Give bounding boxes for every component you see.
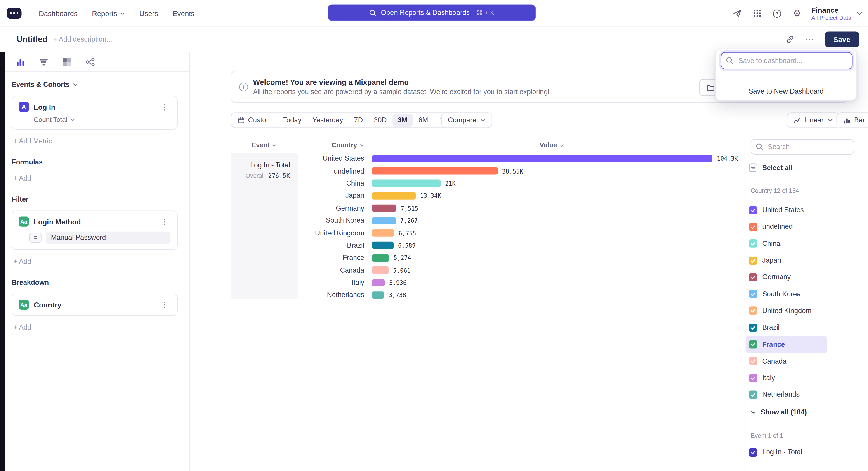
bar-segment[interactable] xyxy=(372,291,384,299)
bar-segment[interactable] xyxy=(372,155,712,162)
range-tab-7d[interactable]: 7D xyxy=(348,114,368,127)
metric-event-name[interactable]: Log In xyxy=(34,103,153,111)
legend-country-row[interactable]: United States xyxy=(749,202,865,218)
add-breakdown-button[interactable]: + Add xyxy=(13,324,178,331)
country-checkbox[interactable] xyxy=(749,324,757,332)
report-title[interactable]: Untitled xyxy=(17,34,48,44)
insights-tab-icon[interactable] xyxy=(16,57,26,67)
add-filter-button[interactable]: + Add xyxy=(13,258,178,265)
settings-gear-icon[interactable]: ⚙ xyxy=(787,0,807,27)
funnels-tab-icon[interactable] xyxy=(39,57,49,67)
project-switcher[interactable]: Finance All Project Data xyxy=(811,6,862,21)
date-range-control: CustomTodayYesterday7D30D3M6M12M xyxy=(231,112,460,128)
legend-search-input[interactable] xyxy=(751,139,854,155)
legend-country-row[interactable]: Germany xyxy=(749,269,865,286)
share-link-icon[interactable] xyxy=(781,32,798,47)
legend-country-row[interactable]: Japan xyxy=(749,252,865,269)
events-cohorts-section[interactable]: Events & Cohorts xyxy=(11,81,178,89)
apps-grid-icon[interactable] xyxy=(747,0,767,27)
bar-segment[interactable] xyxy=(372,254,389,262)
country-checkbox[interactable] xyxy=(749,273,757,282)
bar-segment[interactable] xyxy=(372,266,389,274)
bar-segment[interactable] xyxy=(372,242,394,249)
retention-tab-icon[interactable] xyxy=(62,57,72,67)
bar-segment[interactable] xyxy=(372,217,396,224)
bar-segment[interactable] xyxy=(372,168,498,175)
legend-country-row[interactable]: undefined xyxy=(749,218,865,235)
bar-category-label: Germany xyxy=(301,204,364,212)
select-all-row[interactable]: Select all xyxy=(749,163,792,172)
legend-country-row[interactable]: Netherlands xyxy=(749,386,865,403)
send-icon[interactable] xyxy=(727,0,747,27)
country-checkbox[interactable] xyxy=(749,256,757,265)
event-checkbox[interactable] xyxy=(749,448,757,456)
flows-tab-icon[interactable] xyxy=(85,57,95,67)
bar-segment[interactable] xyxy=(372,229,394,237)
chart-type-selector[interactable]: Bar xyxy=(836,112,868,128)
bar-segment[interactable] xyxy=(372,192,416,199)
column-header-country[interactable]: Country xyxy=(301,141,364,149)
column-header-event[interactable]: Event xyxy=(231,141,298,149)
legend-country-row[interactable]: Italy xyxy=(749,370,865,386)
chevron-down-icon xyxy=(828,117,833,123)
save-button[interactable]: Save xyxy=(825,32,859,47)
legend-country-row[interactable]: South Korea xyxy=(749,286,865,302)
nav-item-events[interactable]: Events xyxy=(165,0,202,27)
bar-category-label: United States xyxy=(301,155,364,163)
bar-segment[interactable] xyxy=(372,180,441,187)
country-checkbox[interactable] xyxy=(749,290,757,298)
metric-menu-icon[interactable]: ⋮ xyxy=(158,102,170,112)
event-series-cell[interactable]: Log In - Total Overall 276.5K xyxy=(231,153,298,299)
nav-item-users[interactable]: Users xyxy=(132,0,165,27)
country-checkbox[interactable] xyxy=(749,240,757,248)
country-checkbox[interactable] xyxy=(749,390,757,399)
legend-country-row[interactable]: China xyxy=(749,235,865,252)
range-tab-yesterday[interactable]: Yesterday xyxy=(307,114,348,127)
range-tab-custom[interactable]: Custom xyxy=(232,114,278,127)
more-options-icon[interactable]: ⋯ xyxy=(801,32,818,47)
country-checkbox[interactable] xyxy=(749,340,757,349)
country-checkbox[interactable] xyxy=(749,357,757,365)
column-header-value[interactable]: Value xyxy=(372,141,732,149)
nav-item-reports[interactable]: Reports xyxy=(85,0,132,27)
aggregation-selector[interactable]: Count Total xyxy=(34,116,170,123)
nav-item-dashboards[interactable]: Dashboards xyxy=(32,0,85,27)
legend-country-row[interactable]: France xyxy=(746,336,827,353)
add-metric-button[interactable]: + Add Metric xyxy=(13,137,178,145)
scale-selector[interactable]: Linear xyxy=(786,112,839,128)
range-tab-30d[interactable]: 30D xyxy=(368,114,392,127)
filter-card[interactable]: Aa Login Method ⋮ = Manual Password xyxy=(11,211,178,250)
add-description[interactable]: + Add description... xyxy=(53,35,112,43)
country-checkbox[interactable] xyxy=(749,306,757,315)
help-icon[interactable]: ? xyxy=(767,0,787,27)
range-tab-today[interactable]: Today xyxy=(277,114,307,127)
breakdown-property-name[interactable]: Country xyxy=(34,301,153,309)
country-label: United States xyxy=(762,206,804,214)
filter-value-field[interactable]: Manual Password xyxy=(46,232,170,244)
range-tab-3m[interactable]: 3M xyxy=(392,114,413,127)
metric-card[interactable]: A Log In ⋮ Count Total xyxy=(11,96,178,129)
legend-country-row[interactable]: Canada xyxy=(749,353,865,370)
breakdown-card[interactable]: Aa Country ⋮ xyxy=(11,294,178,316)
legend-country-row[interactable]: United Kingdom xyxy=(749,302,865,319)
legend-event-row[interactable]: Log In - Total xyxy=(749,444,865,461)
compare-button[interactable]: Compare xyxy=(441,112,492,128)
country-checkbox[interactable] xyxy=(749,206,757,214)
filter-operator[interactable]: = xyxy=(29,233,41,243)
save-to-new-dashboard-option[interactable]: Save to New Dashboard xyxy=(716,84,857,99)
add-formula-button[interactable]: + Add xyxy=(13,174,178,182)
show-all-button[interactable]: Show all (184) xyxy=(751,405,807,419)
filter-menu-icon[interactable]: ⋮ xyxy=(158,217,170,227)
save-to-dashboard-input[interactable] xyxy=(721,52,852,69)
range-tab-6m[interactable]: 6M xyxy=(413,114,434,127)
mixpanel-logo[interactable] xyxy=(6,8,22,19)
bar-segment[interactable] xyxy=(372,279,385,286)
breakdown-menu-icon[interactable]: ⋮ xyxy=(158,300,170,310)
legend-country-row[interactable]: Brazil xyxy=(749,319,865,336)
global-search-button[interactable]: Open Reports & Dashboards ⌘ + K xyxy=(328,4,536,21)
filter-property-name[interactable]: Login Method xyxy=(34,217,153,226)
bar-segment[interactable] xyxy=(372,205,397,212)
country-checkbox[interactable] xyxy=(749,374,757,382)
country-checkbox[interactable] xyxy=(749,223,757,231)
select-all-checkbox[interactable] xyxy=(749,163,757,172)
